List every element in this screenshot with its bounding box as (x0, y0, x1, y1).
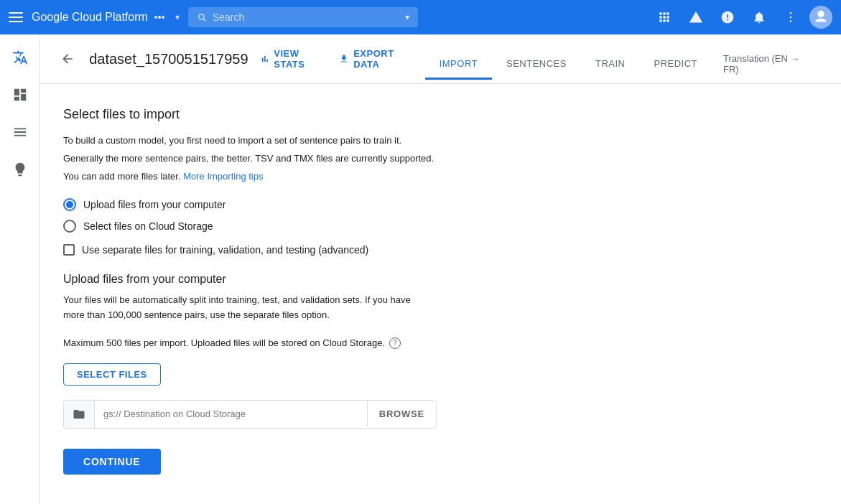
radio-circle-cloud (63, 220, 76, 233)
browse-button[interactable]: BROWSE (367, 401, 436, 426)
checkbox-label: Use separate files for training, validat… (82, 244, 368, 256)
radio-cloud-storage[interactable]: Select files on Cloud Storage (63, 220, 520, 233)
svg-point-4 (790, 17, 792, 19)
view-stats-label: VIEW STATS (274, 48, 325, 70)
more-icon-btn[interactable] (778, 4, 804, 30)
export-data-label: EXPORT DATA (353, 48, 413, 70)
search-icon (197, 11, 207, 23)
checkbox-box (63, 244, 75, 256)
sidebar-item-list[interactable] (3, 115, 37, 149)
search-bar[interactable]: ▾ (188, 7, 418, 27)
language-label: Translation (EN → FR) (723, 45, 824, 83)
hamburger-menu[interactable] (9, 12, 23, 22)
upload-section-title: Upload files from your computer (63, 273, 520, 286)
select-files-button[interactable]: SELECT FILES (63, 363, 161, 386)
nav-chevron-icon: ▾ (175, 12, 180, 22)
top-nav: Google Cloud Platform ▾ ▾ (0, 0, 841, 34)
destination-input[interactable] (95, 401, 367, 426)
upload-desc: Your files will be automatically split i… (63, 293, 520, 323)
desc-text-2: Generally the more sentence pairs, the b… (63, 151, 520, 167)
radio-group: Upload files from your computer Select f… (63, 198, 520, 233)
view-stats-button[interactable]: VIEW STATS (260, 48, 325, 70)
main-layout: dataset_1570051517959 VIEW STATS EXPORT … (0, 34, 841, 504)
app-title: Google Cloud Platform (32, 11, 148, 24)
continue-button[interactable]: CONTINUE (63, 449, 161, 475)
radio-label-upload: Upload files from your computer (83, 199, 226, 210)
storage-note: Maximum 500 files per import. Uploaded f… (63, 337, 520, 349)
search-input[interactable] (213, 11, 399, 23)
radio-circle-upload (63, 198, 76, 211)
notification-icon-btn[interactable] (746, 4, 772, 30)
upload-desc-2: more than 100,000 sentence pairs, use th… (63, 309, 330, 320)
sidebar (0, 34, 40, 504)
tab-sentences[interactable]: SENTENCES (492, 50, 581, 80)
radio-upload-computer[interactable]: Upload files from your computer (63, 198, 520, 211)
help-icon-btn[interactable] (715, 4, 740, 30)
storage-note-text: Maximum 500 files per import. Uploaded f… (63, 337, 385, 348)
svg-point-1 (158, 16, 161, 19)
content-area: dataset_1570051517959 VIEW STATS EXPORT … (40, 34, 841, 504)
tabs: IMPORT SENTENCES TRAIN PREDICT (425, 50, 712, 79)
tab-import[interactable]: IMPORT (425, 50, 492, 80)
section-title: Select files to import (63, 107, 520, 122)
nav-left: Google Cloud Platform ▾ ▾ (9, 7, 643, 27)
tab-predict[interactable]: PREDICT (639, 50, 712, 80)
back-button[interactable] (57, 47, 78, 70)
more-importing-tips-link[interactable]: More Importing tips (183, 171, 263, 182)
svg-point-0 (154, 16, 157, 19)
radio-inner-upload (66, 201, 73, 208)
separate-files-checkbox[interactable]: Use separate files for training, validat… (63, 244, 520, 256)
sidebar-item-bulb[interactable] (3, 152, 37, 187)
export-data-button[interactable]: EXPORT DATA (339, 48, 413, 70)
alert-icon-btn[interactable] (683, 4, 709, 30)
radio-label-cloud: Select files on Cloud Storage (83, 220, 213, 232)
page-header: dataset_1570051517959 VIEW STATS EXPORT … (40, 34, 841, 84)
tab-train[interactable]: TRAIN (581, 50, 640, 80)
desc-text-3: You can add more files later. More Impor… (63, 169, 520, 185)
svg-point-3 (790, 12, 792, 14)
sidebar-item-translate[interactable] (3, 40, 37, 75)
apps-icon-btn[interactable] (651, 4, 677, 30)
nav-right (651, 4, 832, 30)
destination-row: BROWSE (63, 400, 437, 429)
help-tooltip-icon[interactable]: ? (389, 337, 401, 349)
upload-desc-1: Your files will be automatically split i… (63, 294, 411, 305)
search-chevron-icon: ▾ (405, 12, 409, 22)
avatar[interactable] (809, 6, 832, 29)
page-title: dataset_1570051517959 (89, 51, 248, 67)
svg-point-2 (162, 16, 164, 19)
desc-text-1: To build a custom model, you first need … (63, 134, 520, 149)
header-actions: VIEW STATS EXPORT DATA (260, 48, 414, 70)
app-logo: Google Cloud Platform (32, 10, 167, 24)
dots-icon (152, 10, 167, 24)
sidebar-item-dashboard[interactable] (3, 78, 37, 112)
svg-point-5 (790, 21, 792, 23)
folder-icon (64, 401, 95, 428)
page-content: Select files to import To build a custom… (40, 84, 543, 498)
